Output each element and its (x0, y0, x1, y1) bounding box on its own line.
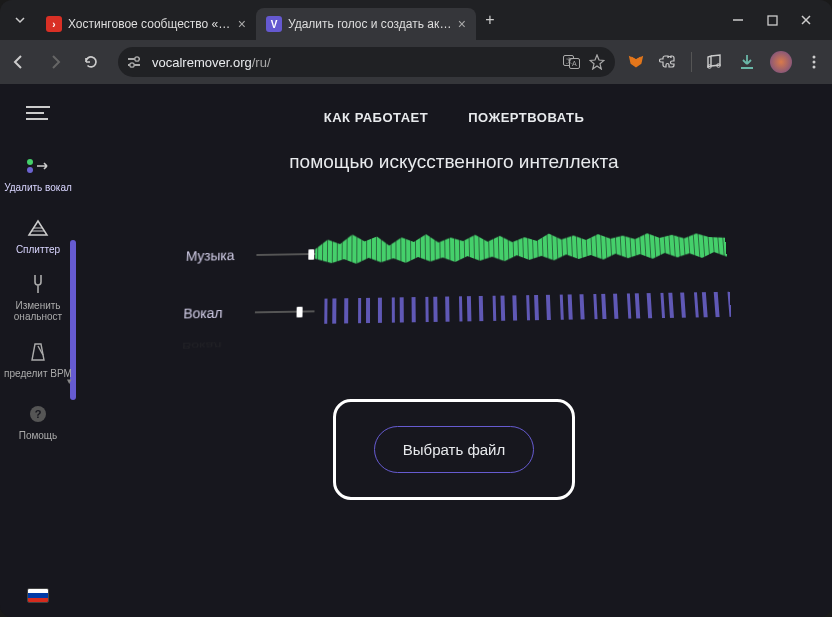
sidebar-item-pitch[interactable]: Изменить ональност (0, 266, 76, 328)
minimize-icon[interactable] (730, 12, 746, 28)
address-text: vocalremover.org/ru/ (152, 55, 271, 70)
language-flag-ru[interactable] (27, 588, 49, 603)
new-tab-button[interactable]: + (476, 11, 504, 29)
tab-title: Удалить голос и создать акапе (288, 17, 452, 31)
track-music-row: Музыка (177, 214, 729, 289)
vocal-waveform (314, 280, 732, 335)
svg-point-13 (813, 61, 816, 64)
tab-hosting[interactable]: › Хостинговое сообщество «Tim × (36, 8, 256, 40)
vocal-volume-slider[interactable] (255, 305, 315, 320)
separator (691, 52, 692, 72)
metronome-icon (24, 340, 52, 364)
svg-point-19 (27, 167, 33, 173)
track-vocal-row: Вокал (174, 280, 732, 338)
browser-toolbar: vocalremover.org/ru/ 文A (0, 40, 832, 84)
tab-favicon-icon: V (266, 16, 282, 32)
sidebar-item-label: пределит BPM (4, 368, 72, 379)
sidebar-toggle[interactable] (0, 84, 76, 142)
chevron-down-icon: ▾ (67, 376, 72, 386)
forward-button[interactable] (46, 53, 70, 71)
maximize-icon[interactable] (764, 12, 780, 28)
profile-avatar[interactable] (770, 51, 792, 73)
sidebar-item-help[interactable]: ? Помощь (0, 390, 76, 452)
waveform-demo: Музыка Вокал Вокал (174, 214, 734, 353)
reload-button[interactable] (82, 53, 106, 71)
reflection-label: Вокал (174, 340, 222, 352)
nav-donate[interactable]: ПОЖЕРТВОВАТЬ (468, 110, 584, 125)
tab-title: Хостинговое сообщество «Tim (68, 17, 232, 31)
help-icon: ? (24, 402, 52, 426)
sidebar-item-label: Удалить вокал (4, 182, 72, 193)
nav-how-it-works[interactable]: КАК РАБОТАЕТ (324, 110, 428, 125)
sidebar-item-label: Сплиттер (16, 244, 60, 255)
sidebar-item-bpm[interactable]: пределит BPM ▾ (0, 328, 76, 390)
window-controls (730, 12, 828, 28)
svg-text:A: A (572, 60, 577, 67)
sidebar-item-splitter[interactable]: Сплиттер (0, 204, 76, 266)
page-content: Удалить вокал Сплиттер Изменить ональнос… (0, 84, 832, 617)
menu-icon[interactable] (806, 54, 822, 70)
close-icon[interactable]: × (458, 16, 466, 32)
tuning-fork-icon (24, 272, 52, 296)
remove-vocal-icon (24, 154, 52, 178)
page-headline: помощью искусственного интеллекта (289, 151, 618, 173)
media-control-icon[interactable] (706, 54, 724, 70)
translate-icon[interactable]: 文A (563, 54, 581, 70)
splitter-icon (24, 216, 52, 240)
site-settings-icon[interactable] (128, 55, 144, 69)
browser-titlebar: › Хостинговое сообщество «Tim × V Удалит… (0, 0, 832, 40)
music-waveform (315, 214, 729, 287)
tab-search-dropdown[interactable] (4, 4, 36, 36)
track-music-label: Музыка (178, 247, 257, 263)
bookmark-icon[interactable] (589, 54, 605, 70)
sidebar-item-remove-vocal[interactable]: Удалить вокал (0, 142, 76, 204)
main-area: КАК РАБОТАЕТ ПОЖЕРТВОВАТЬ помощью искусс… (76, 84, 832, 617)
sidebar-item-label: Изменить ональност (0, 300, 76, 322)
downloads-icon[interactable] (738, 53, 756, 71)
svg-point-12 (813, 56, 816, 59)
choose-file-button[interactable]: Выбрать файл (374, 426, 534, 473)
extensions-icon[interactable] (659, 53, 677, 71)
svg-point-5 (130, 63, 134, 67)
music-volume-slider[interactable] (256, 247, 315, 261)
svg-text:?: ? (35, 408, 42, 420)
svg-point-18 (27, 159, 33, 165)
back-button[interactable] (10, 53, 34, 71)
svg-rect-1 (768, 16, 777, 25)
svg-point-14 (813, 66, 816, 69)
cta-highlight-box: Выбрать файл (333, 399, 575, 500)
track-vocal-label: Вокал (175, 305, 255, 322)
address-bar[interactable]: vocalremover.org/ru/ 文A (118, 47, 615, 77)
tab-favicon-icon: › (46, 16, 62, 32)
close-window-icon[interactable] (798, 12, 814, 28)
svg-point-4 (135, 57, 139, 61)
metamask-icon[interactable] (627, 53, 645, 71)
sidebar: Удалить вокал Сплиттер Изменить ональнос… (0, 84, 76, 617)
tab-vocalremover[interactable]: V Удалить голос и создать акапе × (256, 8, 476, 40)
close-icon[interactable]: × (238, 16, 246, 32)
top-nav: КАК РАБОТАЕТ ПОЖЕРТВОВАТЬ (324, 110, 584, 125)
sidebar-item-label: Помощь (19, 430, 58, 441)
